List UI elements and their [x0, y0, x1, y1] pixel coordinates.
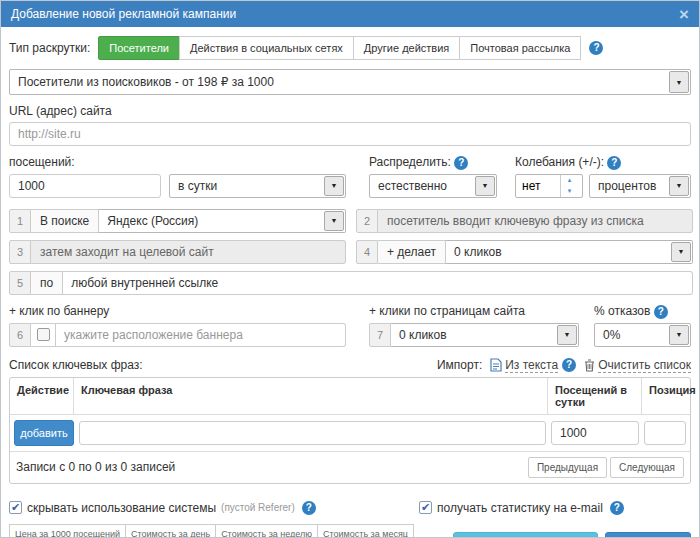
- step2-text: посетитель вводит ключевую фразу из спис…: [378, 209, 693, 233]
- chevron-down-icon: ▼: [669, 325, 689, 345]
- controls-labels: посещений: Распределить: ? Колебания (+/…: [9, 155, 691, 170]
- col-header-phrase: Ключевая фраза: [74, 378, 548, 414]
- step5-prefix: по: [31, 271, 63, 295]
- chevron-down-icon: ▼: [671, 242, 691, 262]
- hide-system-checkbox[interactable]: ✔: [9, 501, 22, 514]
- import-from-text-link[interactable]: Из текста: [505, 358, 558, 373]
- visits-label: посещений:: [9, 155, 346, 170]
- internal-link-input[interactable]: [63, 271, 693, 295]
- chevron-down-icon: ▼: [475, 176, 495, 196]
- distribute-label: Распределить: ?: [369, 155, 497, 170]
- step-number: 3: [9, 240, 31, 264]
- spinner-arrows: ▲ ▼: [560, 175, 578, 197]
- price-table: Цена за 1000 посещений Стоимость за день…: [9, 524, 414, 538]
- visits-count-input[interactable]: [9, 174, 161, 198]
- page-clicks-select[interactable]: 0 кликов ▼: [391, 323, 579, 347]
- price-header: Стоимость за месяц: [318, 524, 414, 538]
- chevron-down-icon: ▼: [324, 211, 344, 231]
- keyword-position-input[interactable]: [644, 421, 686, 445]
- fluctuation-label: Колебания (+/-): ?: [515, 155, 621, 170]
- keywords-header: Список ключевых фраз: Импорт: Из текста …: [9, 358, 691, 373]
- import-help-icon[interactable]: ?: [562, 358, 576, 372]
- search-engine-select[interactable]: Яндекс (Россия) ▼: [99, 209, 346, 233]
- promo-type-label: Тип раскрутки:: [9, 41, 90, 55]
- step4-prefix: + делает: [378, 240, 446, 264]
- distribute-help-icon[interactable]: ?: [454, 156, 468, 170]
- col-header-position: Позиция: [642, 378, 690, 414]
- step2-enter-phrase: 2 посетитель вводит ключевую фразу из сп…: [356, 209, 693, 233]
- clicks-count-select[interactable]: 0 кликов ▼: [446, 240, 693, 264]
- step-number: 4: [356, 240, 378, 264]
- tab-other-actions[interactable]: Другие действия: [353, 36, 460, 60]
- save-button[interactable]: Сохранить: [605, 532, 691, 538]
- fluctuation-unit-value: процентов: [598, 179, 656, 193]
- close-icon[interactable]: ×: [679, 6, 689, 23]
- fluctuation-help-icon[interactable]: ?: [607, 156, 621, 170]
- email-stats-help-icon[interactable]: ?: [610, 501, 624, 515]
- add-campaign-dialog: Добавление новой рекламной кампании × Ти…: [0, 0, 700, 538]
- controls-row: в сутки ▼ естественно ▼ ▲ ▼: [9, 174, 691, 198]
- page-clicks-label: + клики по страницам сайта: [369, 304, 579, 319]
- step-number: 2: [356, 209, 378, 233]
- clear-list-link[interactable]: Очистить список: [598, 358, 691, 373]
- keyword-add-row: добавить: [10, 415, 690, 451]
- chevron-down-icon: ▼: [669, 176, 689, 196]
- step7-page-clicks: 7 0 кликов ▼: [369, 323, 579, 347]
- step-number: 5: [9, 271, 31, 295]
- promo-type-row: Тип раскрутки: Посетители Действия в соц…: [9, 36, 691, 60]
- hide-system-label: скрывать использование системы: [27, 501, 216, 515]
- bounce-help-icon[interactable]: ?: [654, 305, 668, 319]
- tab-social-actions[interactable]: Действия в социальных сетях: [179, 36, 354, 60]
- import-controls: Импорт: Из текста ? Очистить список: [437, 358, 691, 373]
- document-icon: [490, 358, 502, 372]
- mid-row: 6 7 0 кликов ▼ 0% ▼: [9, 323, 691, 347]
- price-header: Цена за 1000 посещений: [10, 524, 126, 538]
- action-buttons: ? ☆ Включить Premium Сохранить: [432, 532, 691, 538]
- keywords-panel: Действие Ключевая фраза Посещений в сутк…: [9, 377, 691, 484]
- page-clicks-value: 0 кликов: [399, 328, 447, 342]
- step6-banner: 6: [9, 323, 346, 347]
- chevron-down-icon: ▼: [324, 176, 344, 196]
- clicks-count-value: 0 кликов: [454, 245, 502, 259]
- hide-system-help-icon[interactable]: ?: [302, 501, 316, 515]
- keyword-visits-input[interactable]: [551, 421, 639, 445]
- banner-checkbox[interactable]: [37, 328, 50, 341]
- scenario-steps: 1 В поиске Яндекс (Россия) ▼ 2 посетител…: [9, 209, 691, 295]
- banner-location-input[interactable]: [56, 323, 346, 347]
- email-stats-option: ✔ получать статистику на e-mail ?: [419, 501, 691, 515]
- fluctuation-stepper: ▲ ▼: [515, 174, 583, 198]
- fluctuation-input[interactable]: [516, 175, 560, 197]
- distribute-select[interactable]: естественно ▼: [369, 174, 497, 198]
- keyword-phrase-input[interactable]: [79, 421, 546, 445]
- email-stats-checkbox[interactable]: ✔: [419, 501, 432, 514]
- price-header: Стоимость за неделю: [216, 524, 318, 538]
- distribute-value: естественно: [378, 179, 447, 193]
- dialog-titlebar: Добавление новой рекламной кампании ×: [1, 1, 699, 27]
- spinner-up-icon[interactable]: ▲: [561, 175, 578, 186]
- fluctuation-unit-select[interactable]: процентов ▼: [589, 174, 691, 198]
- hide-system-option: ✔ скрывать использование системы (пустой…: [9, 501, 316, 515]
- prev-page-button[interactable]: Предыдущая: [528, 457, 607, 478]
- step-number: 6: [9, 323, 31, 347]
- add-keyword-button[interactable]: добавить: [14, 420, 74, 446]
- url-label: URL (адрес) сайта: [9, 104, 691, 118]
- site-url-input[interactable]: [9, 122, 691, 146]
- tab-visitors[interactable]: Посетители: [98, 36, 180, 60]
- tab-email-campaign[interactable]: Почтовая рассылка: [459, 36, 581, 60]
- email-stats-label: получать статистику на e-mail: [437, 501, 603, 515]
- keywords-label: Список ключевых фраз:: [9, 358, 143, 372]
- keywords-footer: Записи с 0 по 0 из 0 записей Предыдущая …: [10, 451, 690, 483]
- dialog-title: Добавление новой рекламной кампании: [11, 7, 236, 21]
- bottom-row: Цена за 1000 посещений Стоимость за день…: [9, 524, 691, 538]
- enable-premium-button[interactable]: ☆ Включить Premium: [453, 532, 598, 538]
- spinner-down-icon[interactable]: ▼: [561, 186, 578, 197]
- step-number: 1: [9, 209, 31, 233]
- dialog-content: Тип раскрутки: Посетители Действия в соц…: [1, 27, 699, 538]
- tariff-select-value: Посетители из поисковиков - от 198 ₽ за …: [18, 75, 274, 89]
- bounce-rate-select[interactable]: 0% ▼: [594, 323, 691, 347]
- step5-link-target: 5 по: [9, 271, 693, 295]
- next-page-button[interactable]: Следующая: [610, 457, 684, 478]
- promo-type-help-icon[interactable]: ?: [589, 41, 603, 55]
- visits-period-select[interactable]: в сутки ▼: [169, 174, 346, 198]
- tariff-select[interactable]: Посетители из поисковиков - от 198 ₽ за …: [9, 69, 691, 95]
